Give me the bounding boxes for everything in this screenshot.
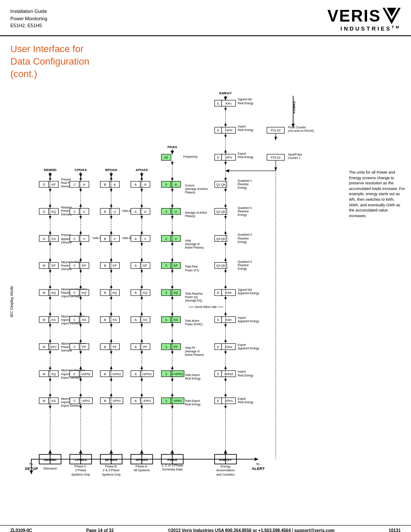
svg-text:D: D — [43, 183, 45, 187]
svg-text:>>> Scroll When Idle >>>: >>> Scroll When Idle >>> — [188, 305, 223, 309]
svg-text:Total Import: Total Import — [185, 373, 200, 377]
logo-area: VERIS INDUSTRIESTM — [327, 8, 401, 32]
svg-text:-KPh1: -KPh1 — [173, 399, 182, 403]
svg-text:2 & 3 Phase: 2 & 3 Phase — [103, 469, 120, 472]
page-title-area: User Interface for Data Configuration (c… — [0, 36, 411, 84]
svg-text:PULS1: PULS1 — [271, 156, 280, 159]
svg-text:3: 3 — [165, 399, 167, 403]
svg-text:M: M — [43, 373, 45, 376]
svg-text:M: M — [43, 399, 45, 403]
svg-text:Q4 Qh: Q4 Qh — [216, 264, 225, 268]
svg-text:Energy: Energy — [238, 240, 247, 244]
svg-text:KP: KP — [52, 264, 56, 268]
svg-text:E: E — [217, 102, 219, 106]
svg-text:Phase A:: Phase A: — [136, 465, 148, 468]
svg-text:KS: KS — [143, 318, 147, 322]
svg-text:U: U — [83, 210, 85, 214]
svg-text:KS: KS — [52, 318, 56, 322]
svg-text:Q2 Qh: Q2 Qh — [216, 210, 225, 214]
title-line1: User Interface for — [10, 43, 89, 56]
svg-text:Apparent Energy: Apparent Energy — [238, 320, 259, 323]
svg-text:A: A — [83, 183, 85, 187]
svg-text:DEMND: DEMND — [44, 168, 56, 172]
svg-text:E: E — [217, 373, 219, 376]
svg-text:3 Phase: 3 Phase — [75, 469, 86, 472]
svg-text:KP: KP — [112, 264, 117, 268]
svg-text:C: C — [73, 210, 75, 214]
svg-marker-620 — [225, 169, 229, 173]
svg-text:KS: KS — [82, 318, 87, 322]
ui-diagram: IEC Display Mode To: SETUP DEMND Demand … — [5, 84, 346, 520]
svg-text:Energy: Energy — [238, 186, 247, 190]
page-title: User Interface for Data Configuration (c… — [10, 43, 89, 80]
svg-text:KP: KP — [52, 183, 56, 187]
svg-text:C: C — [73, 318, 75, 322]
svg-text:Reactive: Reactive — [238, 183, 249, 186]
svg-text:Quadrant 3: Quadrant 3 — [238, 233, 252, 237]
svg-text:+KPh2: +KPh2 — [142, 373, 152, 376]
svg-text:PF: PF — [113, 345, 117, 349]
svg-text:KPn: KPn — [226, 102, 231, 106]
copyright-info: ©2013 Veris Industries USA 800.354.8556 … — [168, 528, 334, 532]
svg-text:3: 3 — [165, 345, 167, 349]
main-content: IEC Display Mode To: SETUP DEMND Demand … — [0, 84, 411, 522]
svg-text:Export Demand: Export Demand — [61, 404, 81, 408]
svg-text:BPHAS: BPHAS — [105, 168, 118, 172]
svg-text:Power (Q): Power (Q) — [185, 296, 198, 299]
svg-text:A: A — [134, 183, 137, 187]
svg-text:Real Energy: Real Energy — [238, 374, 254, 377]
svg-text:D: D — [43, 210, 45, 214]
svg-text:Total Active: Total Active — [185, 319, 199, 322]
svg-text:A: A — [134, 318, 137, 322]
svg-text:C: C — [73, 264, 75, 268]
svg-text:KQ: KQ — [174, 291, 178, 295]
svg-text:V: V — [144, 237, 146, 241]
svg-text:PHAS: PHAS — [168, 145, 177, 149]
svg-text:KS: KS — [174, 318, 178, 322]
svg-text:Power (P1): Power (P1) — [185, 269, 199, 272]
svg-text:KQ: KQ — [51, 291, 56, 295]
svg-text:Active Phases): Active Phases) — [185, 353, 204, 357]
svg-marker-623 — [48, 174, 52, 177]
svg-text:C: C — [73, 183, 75, 187]
svg-text:Quadrant 1: Quadrant 1 — [238, 179, 252, 183]
svg-marker-461 — [171, 151, 174, 154]
logo-name: VERIS — [327, 8, 401, 24]
svg-text:Average of Active: Average of Active — [185, 211, 207, 215]
svg-text:Phase C:: Phase C: — [75, 465, 87, 468]
svg-text:C: C — [73, 373, 75, 376]
svg-text:(Average KQ): (Average KQ) — [185, 299, 202, 303]
svg-text:U: U — [144, 210, 146, 214]
svg-text:Systems Only: Systems Only — [102, 473, 121, 476]
svg-text:A: A — [134, 345, 137, 349]
svg-text:+KPn: +KPn — [225, 129, 233, 133]
iec-display-mode-label: IEC Display Mode — [9, 286, 14, 317]
doc-number: ZL0109-0C — [10, 528, 32, 532]
svg-text:3: 3 — [165, 373, 167, 376]
svg-text:HZ: HZ — [164, 156, 168, 159]
svg-text:A: A — [134, 291, 137, 295]
svg-text:Total Real: Total Real — [185, 265, 198, 268]
svg-text:M: M — [43, 291, 45, 295]
svg-text:V: V — [175, 237, 177, 241]
svg-marker-380 — [140, 174, 143, 177]
svg-text:Input/Pulse: Input/Pulse — [288, 153, 302, 156]
svg-text:Energy: Energy — [238, 268, 247, 271]
svg-text:(Average of: (Average of — [185, 350, 199, 353]
svg-text:APHAS: APHAS — [136, 168, 148, 172]
svg-text:Quadrant 2: Quadrant 2 — [238, 206, 252, 210]
svg-text:KQ: KQ — [143, 291, 148, 295]
svg-text:Present: Present — [61, 209, 71, 212]
svg-text:PF: PF — [82, 345, 87, 349]
svg-text:Phase B:: Phase B: — [105, 465, 118, 468]
svg-text:Real Energy: Real Energy — [185, 403, 201, 407]
svg-text:M: M — [43, 345, 45, 349]
svg-text:KPJ: KPJ — [51, 345, 56, 349]
svg-marker-606 — [274, 168, 277, 171]
svg-text:Signed-Net: Signed-Net — [238, 98, 252, 102]
svg-marker-456 — [171, 162, 174, 165]
logo-subtitle: INDUSTRIESTM — [327, 25, 401, 32]
svg-text:KP: KP — [82, 264, 87, 268]
svg-text:C: C — [73, 291, 75, 295]
svg-text:U: U — [174, 210, 177, 214]
